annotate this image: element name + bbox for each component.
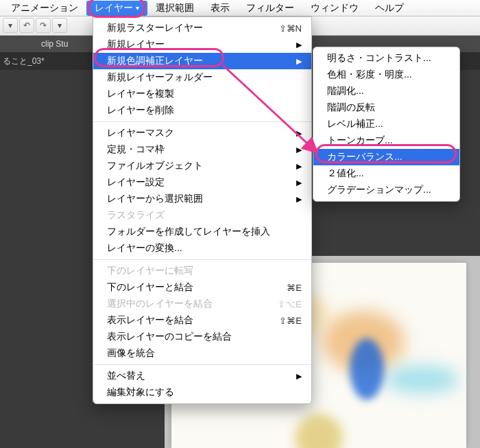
document-tab[interactable]: ること_03* <box>3 56 45 67</box>
menu-item-label: レイヤーの変換... <box>107 242 182 255</box>
menu-item[interactable]: レイヤーの変換... <box>93 240 311 257</box>
submenu-item-label: 色相・彩度・明度... <box>327 69 412 81</box>
submenu-arrow-icon: ▶ <box>296 57 302 66</box>
menu-item-label: 表示レイヤーを結合 <box>107 314 193 327</box>
menu-selection[interactable]: 選択範囲 <box>147 1 202 16</box>
menu-item[interactable]: 画像を統合 <box>93 345 311 362</box>
menu-item-label: 下のレイヤーに転写 <box>107 265 193 277</box>
submenu-arrow-icon: ▶ <box>296 145 302 154</box>
menu-item[interactable]: レイヤーを複製 <box>93 86 311 102</box>
window-title: clip Stu <box>41 39 68 49</box>
menu-item-label: レイヤーを複製 <box>107 88 174 100</box>
submenu-item-label: 階調の反転 <box>327 102 375 114</box>
submenu-item[interactable]: トーンカーブ... <box>313 132 459 149</box>
menu-item[interactable]: レイヤーを削除 <box>93 102 311 119</box>
menu-shortcut: ⇧⌘N <box>279 23 302 34</box>
menu-item[interactable]: 新規ラスターレイヤー⇧⌘N <box>93 20 311 36</box>
submenu-item-label: トーンカーブ... <box>327 134 393 147</box>
menu-item[interactable]: 新規レイヤー▶ <box>93 36 311 53</box>
menu-item[interactable]: 表示レイヤーを結合⇧⌘E <box>93 312 311 329</box>
menu-item[interactable]: レイヤーから選択範囲▶ <box>93 191 311 207</box>
menu-item[interactable]: レイヤー設定▶ <box>93 174 311 191</box>
toolbar-buttons: ▾ ↶ ↷ ▾ <box>3 18 67 33</box>
menu-separator <box>93 259 311 260</box>
menu-item: 選択中のレイヤーを結合⇧⌥E <box>93 296 311 312</box>
menu-item-label: 並べ替え <box>107 370 145 382</box>
submenu-item[interactable]: 階調化... <box>313 83 459 99</box>
menu-item-label: ラスタライズ <box>107 209 165 222</box>
menu-item-label: 編集対象にする <box>107 386 174 399</box>
menu-item-label: 定規・コマ枠 <box>107 143 165 156</box>
menu-item-label: ファイルオブジェクト <box>107 160 203 172</box>
menu-window[interactable]: ウィンドウ <box>302 1 367 16</box>
menu-item-label: 下のレイヤーと結合 <box>107 281 193 294</box>
menu-item-label: 新規レイヤーフォルダー <box>107 71 213 84</box>
submenu-arrow-icon: ▶ <box>296 178 302 187</box>
menu-item[interactable]: 表示レイヤーのコピーを結合 <box>93 329 311 345</box>
menu-item-label: 新規色調補正レイヤー <box>107 55 203 67</box>
menu-help[interactable]: ヘルプ <box>367 1 412 16</box>
menu-shortcut: ⇧⌥E <box>278 299 302 309</box>
layer-menu-dropdown: 新規ラスターレイヤー⇧⌘N新規レイヤー▶新規色調補正レイヤー▶新規レイヤーフォル… <box>93 16 312 404</box>
redo-button[interactable]: ↷ <box>36 18 51 33</box>
toolbar-btn[interactable]: ▾ <box>52 18 67 33</box>
menu-item[interactable]: 編集対象にする <box>93 384 311 401</box>
submenu-arrow-icon: ▶ <box>296 40 302 49</box>
submenu-item-label: 明るさ・コントラスト... <box>327 52 431 64</box>
menu-item[interactable]: レイヤーマスク▶ <box>93 125 311 141</box>
menu-shortcut: ⇧⌘E <box>279 316 302 326</box>
submenu-arrow-icon: ▶ <box>296 129 302 138</box>
menu-filter[interactable]: フィルター <box>238 1 302 16</box>
toolbar-btn[interactable]: ▾ <box>3 18 18 33</box>
menu-item-label: レイヤー設定 <box>107 176 165 189</box>
menu-item-label: 画像を統合 <box>107 347 155 359</box>
submenu-arrow-icon: ▶ <box>296 195 302 204</box>
menu-layer[interactable]: レイヤー▾ <box>86 1 147 16</box>
menu-separator <box>93 364 311 365</box>
submenu-arrow-icon: ▶ <box>296 372 302 381</box>
submenu-item-label: レベル補正... <box>327 118 383 130</box>
submenu-item[interactable]: グラデーションマップ... <box>313 182 459 198</box>
chevron-down-icon: ▾ <box>136 4 139 12</box>
submenu-item[interactable]: ２値化... <box>313 165 459 182</box>
menu-item-label: 新規レイヤー <box>107 38 165 51</box>
menu-item: ラスタライズ <box>93 207 311 224</box>
menu-item-label: レイヤーから選択範囲 <box>107 193 203 205</box>
menu-item[interactable]: 新規色調補正レイヤー▶ <box>93 53 311 69</box>
menu-item[interactable]: フォルダーを作成してレイヤーを挿入 <box>93 224 311 240</box>
menu-item-label: レイヤーを削除 <box>107 104 174 117</box>
menu-item[interactable]: 定規・コマ枠▶ <box>93 141 311 158</box>
submenu-item-label: グラデーションマップ... <box>327 184 431 196</box>
submenu-arrow-icon: ▶ <box>296 162 302 171</box>
submenu-item[interactable]: レベル補正... <box>313 116 459 132</box>
menubar: アニメーションレイヤー▾選択範囲表示フィルターウィンドウヘルプ <box>0 0 480 16</box>
menu-item[interactable]: 新規レイヤーフォルダー <box>93 69 311 86</box>
submenu-item[interactable]: 明るさ・コントラスト... <box>313 50 459 67</box>
submenu-item-label: ２値化... <box>327 167 364 180</box>
menu-item[interactable]: 並べ替え▶ <box>93 368 311 384</box>
submenu-item[interactable]: カラーバランス... <box>313 149 459 165</box>
undo-button[interactable]: ↶ <box>19 18 34 33</box>
menu-item-label: レイヤーマスク <box>107 127 174 139</box>
submenu-item-label: カラーバランス... <box>327 151 403 163</box>
menu-item-label: 選択中のレイヤーを結合 <box>107 298 213 310</box>
menu-item-label: 表示レイヤーのコピーを結合 <box>107 331 232 343</box>
menu-separator <box>93 121 311 122</box>
menu-item-label: フォルダーを作成してレイヤーを挿入 <box>107 226 270 238</box>
menu-item[interactable]: ファイルオブジェクト▶ <box>93 158 311 174</box>
submenu-item[interactable]: 色相・彩度・明度... <box>313 67 459 83</box>
menu-item: 下のレイヤーに転写 <box>93 263 311 279</box>
adjustment-layer-submenu: 明るさ・コントラスト...色相・彩度・明度...階調化...階調の反転レベル補正… <box>313 47 460 202</box>
menu-shortcut: ⌘E <box>287 283 302 293</box>
menu-animation[interactable]: アニメーション <box>3 1 86 16</box>
menu-view[interactable]: 表示 <box>202 1 238 16</box>
menu-item-label: 新規ラスターレイヤー <box>107 22 203 34</box>
menu-item[interactable]: 下のレイヤーと結合⌘E <box>93 279 311 296</box>
submenu-item-label: 階調化... <box>327 85 364 97</box>
submenu-item[interactable]: 階調の反転 <box>313 99 459 116</box>
